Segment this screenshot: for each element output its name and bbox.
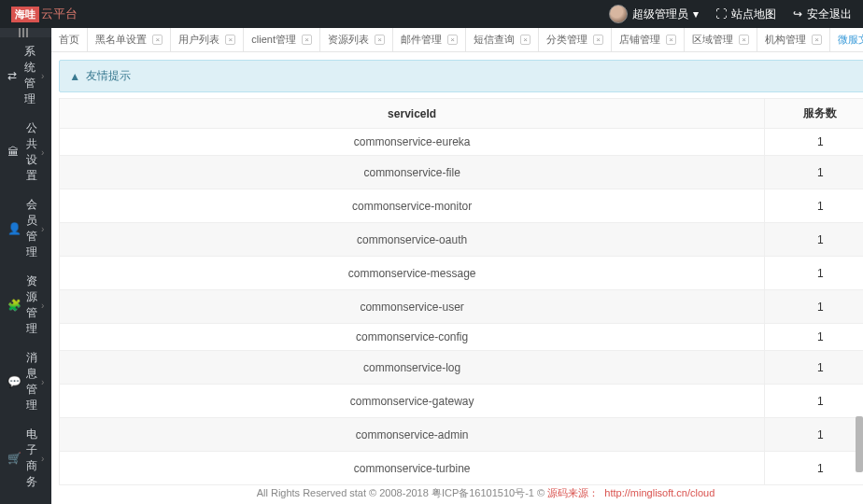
tab-7[interactable]: 分类管理×	[539, 28, 612, 51]
table-row: commonservice-message1查看服务swagger	[60, 257, 863, 290]
sidebar-item-5[interactable]: 🛒电子商务›	[0, 420, 51, 497]
tab-label: 黑名单设置	[95, 33, 147, 47]
nav-icon: 🧩	[7, 299, 19, 312]
sidebar-item-4[interactable]: 💬消息管理›	[0, 343, 51, 420]
th-count: 服务数	[764, 99, 863, 129]
table-row: commonservice-log1查看服务swagger	[60, 351, 863, 385]
sidebar-item-1[interactable]: 🏛公共设置›	[0, 114, 51, 190]
tab-1[interactable]: 黑名单设置×	[88, 28, 171, 51]
cell-serviceid: commonservice-message	[60, 257, 765, 290]
user-dropdown[interactable]: 超级管理员 ▾	[609, 5, 699, 23]
tab-2[interactable]: 用户列表×	[171, 28, 244, 51]
cell-serviceid: commonservice-user	[60, 290, 765, 324]
logout-label: 安全退出	[807, 7, 852, 22]
sidebar: ⇄系统管理›🏛公共设置›👤会员管理›🧩资源管理›💬消息管理›🛒电子商务›◎监控中…	[0, 28, 51, 504]
alert-text: 友情提示	[86, 68, 131, 84]
power-icon: ↪	[793, 7, 802, 21]
footer: All Rights Reserved stat © 2008-2018 粤IC…	[108, 486, 863, 500]
source-link[interactable]: http://minglisoft.cn/cloud	[604, 487, 714, 498]
close-icon[interactable]: ×	[152, 35, 163, 45]
sidebar-toggle[interactable]	[0, 28, 51, 37]
tab-label: 用户列表	[178, 33, 219, 47]
chevron-right-icon: ›	[41, 454, 44, 464]
service-table: serviceId 服务数 操作 commonservice-eureka1co…	[59, 98, 863, 485]
close-icon[interactable]: ×	[520, 35, 531, 45]
source-label: 源码来源：	[547, 487, 599, 498]
nav-icon: 💬	[7, 375, 19, 388]
tab-8[interactable]: 店铺管理×	[612, 28, 685, 51]
tab-0[interactable]: 首页	[51, 28, 88, 51]
table-row: commonservice-config1	[60, 324, 863, 351]
chevron-right-icon: ›	[41, 147, 44, 158]
logout-link[interactable]: ↪ 安全退出	[793, 7, 852, 22]
sidebar-item-6[interactable]: ◎监控中心›	[0, 497, 51, 504]
tabs: 首页黑名单设置×用户列表×client管理×资源列表×邮件管理×短信查询×分类管…	[51, 28, 863, 52]
sidebar-item-2[interactable]: 👤会员管理›	[0, 190, 51, 267]
caret-down-icon: ▾	[693, 7, 699, 21]
close-icon[interactable]: ×	[666, 35, 676, 45]
cell-count: 1	[764, 290, 863, 324]
content: ▲ 友情提示 ⌄ serviceId 服务数 操作 commonservice-…	[51, 52, 863, 504]
sitemap-link[interactable]: ⛶ 站点地图	[715, 7, 776, 22]
chevron-right-icon: ›	[41, 377, 44, 387]
cell-count: 1	[764, 351, 863, 385]
cell-count: 1	[764, 257, 863, 290]
tab-label: 区域管理	[692, 33, 733, 47]
avatar	[609, 5, 628, 23]
cell-serviceid: commonservice-oauth	[60, 223, 765, 257]
cell-serviceid: commonservice-file	[60, 156, 765, 189]
sitemap-label: 站点地图	[731, 7, 776, 22]
tab-11[interactable]: 微服文档×	[830, 28, 863, 51]
table-row: commonservice-oauth1查看服务swagger	[60, 223, 863, 257]
table-row: commonservice-user1查看服务swagger	[60, 290, 863, 324]
tab-label: 分类管理	[546, 33, 587, 47]
nav-icon: ⇄	[7, 69, 17, 82]
nav-icon: 👤	[7, 222, 19, 235]
sidebar-item-0[interactable]: ⇄系统管理›	[0, 37, 51, 114]
table-row: commonservice-file1查看服务swagger	[60, 156, 863, 189]
cell-serviceid: commonservice-turbine	[60, 452, 765, 485]
copyright: All Rights Reserved stat © 2008-2018 粤IC…	[257, 487, 548, 498]
tab-5[interactable]: 邮件管理×	[393, 28, 466, 51]
cell-count: 1	[764, 156, 863, 189]
cell-serviceid: commonservice-gateway	[60, 385, 765, 418]
warning-icon: ▲	[69, 70, 80, 83]
close-icon[interactable]: ×	[739, 35, 749, 45]
cell-count: 1	[764, 418, 863, 452]
tab-4[interactable]: 资源列表×	[320, 28, 393, 51]
cell-count: 1	[764, 189, 863, 223]
cell-count: 1	[764, 385, 863, 418]
tab-9[interactable]: 区域管理×	[685, 28, 757, 51]
tab-label: 资源列表	[328, 33, 369, 47]
tab-label: 店铺管理	[619, 33, 660, 47]
close-icon[interactable]: ×	[447, 35, 458, 45]
close-icon[interactable]: ×	[812, 35, 822, 45]
sidebar-item-3[interactable]: 🧩资源管理›	[0, 267, 51, 343]
table-row: commonservice-admin1查看服务swagger	[60, 418, 863, 452]
user-name: 超级管理员	[632, 7, 688, 22]
tab-10[interactable]: 机构管理×	[757, 28, 830, 51]
table-row: commonservice-eureka1	[60, 129, 863, 156]
close-icon[interactable]: ×	[225, 35, 235, 45]
table-row: commonservice-monitor1查看服务swagger	[60, 189, 863, 223]
chevron-right-icon: ›	[41, 224, 44, 234]
cell-count: 1	[764, 452, 863, 485]
close-icon[interactable]: ×	[375, 35, 385, 45]
scrollbar[interactable]	[856, 416, 863, 472]
tab-label: client管理	[251, 33, 296, 47]
main: 首页黑名单设置×用户列表×client管理×资源列表×邮件管理×短信查询×分类管…	[51, 28, 863, 504]
brand-mark: 海哇	[11, 7, 39, 22]
chevron-right-icon: ›	[41, 71, 44, 81]
tab-6[interactable]: 短信查询×	[466, 28, 539, 51]
close-icon[interactable]: ×	[302, 35, 312, 45]
close-icon[interactable]: ×	[593, 35, 603, 45]
table-row: commonservice-turbine1查看服务swagger	[60, 452, 863, 485]
cell-count: 1	[764, 324, 863, 351]
tab-label: 机构管理	[765, 33, 806, 47]
cell-serviceid: commonservice-log	[60, 351, 765, 385]
alert-tip: ▲ 友情提示 ⌄	[59, 60, 863, 92]
brand: 海哇 云平台	[11, 6, 78, 22]
bars-icon	[19, 28, 34, 37]
tab-label: 邮件管理	[401, 33, 442, 47]
tab-3[interactable]: client管理×	[244, 28, 320, 51]
